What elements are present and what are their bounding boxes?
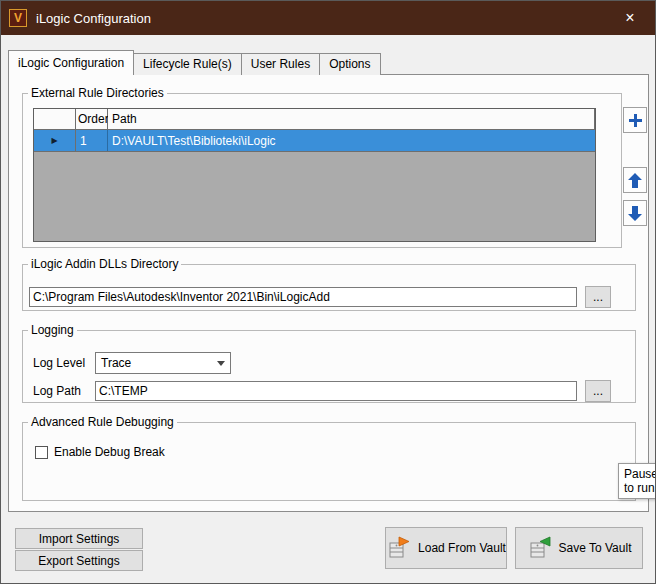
checkbox-label: Enable Debug Break	[54, 445, 165, 459]
save-to-vault-label: Save To Vault	[559, 541, 632, 555]
log-level-select[interactable]: Trace	[95, 352, 231, 374]
tab-lifecycle-rules[interactable]: Lifecycle Rule(s)	[133, 53, 242, 75]
current-row-icon: ▶	[51, 137, 57, 145]
move-down-button[interactable]	[623, 200, 647, 226]
grid-header-order[interactable]: Order	[76, 109, 108, 129]
cell-order[interactable]: 1	[76, 130, 108, 151]
vault-save-icon	[527, 535, 553, 561]
log-path-label: Log Path	[33, 384, 81, 398]
arrow-up-icon	[628, 173, 642, 188]
tab-ilogic-configuration[interactable]: iLogic Configuration	[8, 50, 134, 75]
grid-header-selector	[34, 109, 76, 129]
title-bar: V iLogic Configuration ×	[1, 1, 655, 35]
plus-icon	[629, 114, 642, 127]
vault-app-icon: V	[9, 9, 27, 27]
cell-path[interactable]: D:\VAULT\Test\Biblioteki\iLogic	[108, 130, 595, 151]
save-to-vault-button[interactable]: Save To Vault	[515, 527, 643, 569]
tooltip: Pause to run	[618, 463, 656, 499]
grid-header-row: Order Path	[34, 109, 595, 130]
import-settings-button[interactable]: Import Settings	[15, 528, 143, 549]
load-from-vault-label: Load From Vault	[418, 541, 506, 555]
close-button[interactable]: ×	[613, 1, 647, 35]
tab-user-rules[interactable]: User Rules	[241, 53, 320, 75]
add-directory-button[interactable]	[623, 107, 647, 133]
group-label: External Rule Directories	[28, 86, 167, 100]
group-external-rule-directories: External Rule Directories Order Path ▶ 1…	[22, 86, 622, 248]
ilogic-configuration-dialog: V iLogic Configuration × iLogic Configur…	[0, 0, 656, 584]
log-level-label: Log Level	[33, 356, 85, 370]
export-settings-button[interactable]: Export Settings	[15, 550, 143, 571]
vault-load-icon	[386, 535, 412, 561]
enable-debug-break-checkbox[interactable]	[35, 446, 48, 459]
group-addin-dlls-directory: iLogic Addin DLLs Directory ...	[22, 257, 636, 311]
addin-dlls-browse-button[interactable]: ...	[585, 286, 611, 308]
tab-options[interactable]: Options	[319, 53, 380, 75]
window-title: iLogic Configuration	[36, 11, 151, 26]
grid-header-path[interactable]: Path	[108, 109, 595, 129]
log-path-input[interactable]	[95, 381, 577, 401]
addin-dlls-path-input[interactable]	[29, 287, 577, 307]
tooltip-line-1: Pause	[624, 467, 656, 481]
load-from-vault-button[interactable]: Load From Vault	[385, 527, 507, 569]
log-path-browse-button[interactable]: ...	[585, 380, 611, 402]
move-up-button[interactable]	[623, 167, 647, 193]
group-logging: Logging Log Level Trace Log Path ...	[22, 323, 636, 403]
log-level-value: Trace	[101, 356, 131, 370]
tooltip-line-2: to run	[624, 481, 656, 495]
tab-page-ilogic-configuration: External Rule Directories Order Path ▶ 1…	[8, 74, 649, 512]
group-label: iLogic Addin DLLs Directory	[28, 257, 181, 271]
group-label: Logging	[28, 323, 77, 337]
vault-icon-letter: V	[14, 12, 22, 24]
tab-strip: iLogic Configuration Lifecycle Rule(s) U…	[8, 50, 381, 75]
table-row[interactable]: ▶ 1 D:\VAULT\Test\Biblioteki\iLogic	[34, 130, 595, 152]
external-rules-grid: Order Path ▶ 1 D:\VAULT\Test\Biblioteki\…	[33, 108, 596, 242]
group-label: Advanced Rule Debugging	[28, 415, 177, 429]
group-advanced-rule-debugging: Advanced Rule Debugging Enable Debug Bre…	[22, 415, 636, 501]
enable-debug-break-option: Enable Debug Break	[35, 445, 165, 459]
chevron-down-icon	[217, 361, 225, 366]
row-selector[interactable]: ▶	[34, 130, 76, 151]
close-icon: ×	[625, 9, 634, 27]
arrow-down-icon	[628, 206, 642, 221]
